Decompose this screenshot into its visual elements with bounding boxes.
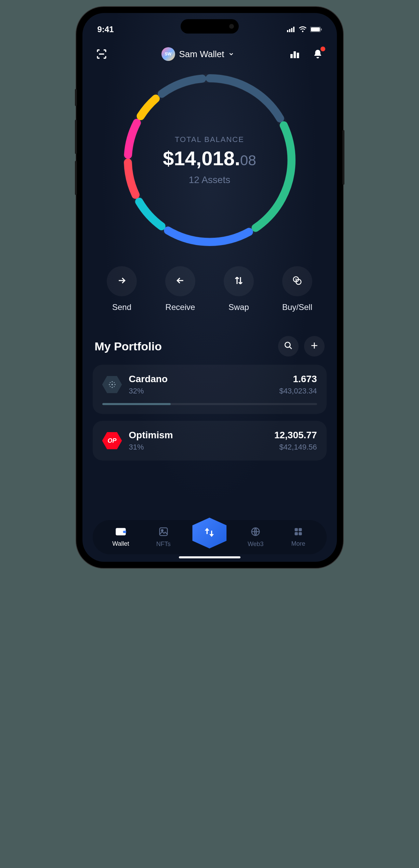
svg-point-24 bbox=[112, 381, 113, 383]
svg-rect-37 bbox=[295, 528, 298, 531]
svg-rect-38 bbox=[299, 528, 302, 531]
asset-name: Cardano bbox=[129, 374, 273, 385]
app-header: SW Sam Wallet bbox=[82, 37, 337, 68]
side-button bbox=[75, 89, 77, 106]
screen: 9:41 SW Sam Wallet bbox=[82, 13, 337, 562]
status-indicators bbox=[287, 25, 322, 34]
svg-point-29 bbox=[114, 382, 115, 383]
nav-label: More bbox=[291, 540, 305, 547]
nav-label: Wallet bbox=[112, 540, 129, 547]
add-button[interactable] bbox=[304, 336, 325, 357]
svg-text:$: $ bbox=[295, 278, 297, 281]
balance-whole: 14,018. bbox=[174, 147, 240, 169]
wifi-icon bbox=[299, 25, 307, 34]
battery-icon bbox=[310, 25, 322, 34]
globe-icon bbox=[250, 527, 261, 539]
balance-amount: $14,018.08 bbox=[163, 147, 256, 170]
asset-card[interactable]: Cardano 32% 1.673 $43,023.34 bbox=[93, 365, 327, 414]
status-time: 9:41 bbox=[97, 25, 114, 34]
plus-icon bbox=[310, 341, 319, 351]
wallet-name: Sam Wallet bbox=[179, 49, 224, 60]
receive-button[interactable]: Receive bbox=[165, 266, 195, 312]
buy-sell-button[interactable]: $ Buy/Sell bbox=[282, 266, 312, 312]
asset-name: Optimism bbox=[129, 430, 267, 441]
asset-pct: 32% bbox=[129, 387, 273, 396]
wallet-icon bbox=[115, 527, 126, 538]
asset-card[interactable]: OP Optimism 31% 12,305.77 $42,149.56 bbox=[93, 421, 327, 461]
asset-progress bbox=[102, 403, 317, 405]
power-button bbox=[342, 130, 344, 185]
signal-icon bbox=[287, 25, 295, 34]
svg-rect-5 bbox=[311, 27, 320, 31]
svg-point-35 bbox=[161, 530, 163, 531]
dynamic-island bbox=[181, 19, 239, 34]
asset-pct: 31% bbox=[129, 443, 267, 452]
grid-icon bbox=[293, 527, 303, 538]
svg-point-27 bbox=[114, 384, 116, 385]
nav-wallet[interactable]: Wallet bbox=[107, 527, 134, 547]
svg-point-25 bbox=[112, 387, 113, 388]
home-indicator[interactable] bbox=[179, 556, 240, 558]
svg-point-23 bbox=[111, 384, 113, 386]
action-label: Send bbox=[112, 302, 131, 312]
wallet-selector[interactable]: SW Sam Wallet bbox=[161, 47, 235, 61]
svg-rect-39 bbox=[295, 532, 298, 535]
asset-icon: OP bbox=[102, 431, 122, 451]
portfolio-header: My Portfolio bbox=[82, 326, 337, 365]
action-label: Receive bbox=[166, 302, 195, 312]
notifications-button[interactable] bbox=[311, 47, 325, 61]
nav-center-action[interactable] bbox=[192, 518, 226, 548]
volume-up-button bbox=[75, 120, 77, 154]
svg-rect-9 bbox=[297, 53, 299, 58]
balance-cents: 08 bbox=[240, 152, 256, 168]
send-button[interactable]: Send bbox=[107, 266, 137, 312]
svg-point-31 bbox=[114, 386, 115, 387]
svg-rect-40 bbox=[299, 532, 302, 535]
svg-rect-1 bbox=[289, 29, 290, 32]
svg-point-26 bbox=[109, 384, 110, 385]
svg-rect-34 bbox=[159, 528, 167, 536]
svg-rect-33 bbox=[123, 531, 126, 533]
nav-web3[interactable]: Web3 bbox=[242, 527, 269, 548]
portfolio-title: My Portfolio bbox=[95, 340, 162, 353]
action-row: Send Receive Swap $ Buy/Sell bbox=[82, 256, 337, 326]
balance-ring-chart[interactable]: TOTAL BALANCE $14,018.08 12 Assets bbox=[121, 71, 299, 249]
coins-icon: $ bbox=[292, 275, 302, 287]
balance-currency: $ bbox=[163, 147, 174, 169]
notification-dot-icon bbox=[320, 47, 325, 51]
svg-point-30 bbox=[109, 386, 110, 387]
bottom-nav: Wallet NFTs Web3 More bbox=[93, 520, 327, 554]
assets-count: 12 Assets bbox=[189, 174, 230, 185]
scan-button[interactable] bbox=[95, 47, 108, 61]
arrow-left-icon bbox=[175, 275, 185, 287]
asset-fiat: $43,023.34 bbox=[279, 387, 317, 396]
asset-amount: 12,305.77 bbox=[274, 430, 317, 441]
nav-label: Web3 bbox=[248, 541, 264, 548]
nav-nfts[interactable]: NFTs bbox=[150, 527, 177, 548]
svg-point-22 bbox=[285, 342, 290, 347]
chevron-down-icon bbox=[228, 49, 234, 60]
svg-rect-7 bbox=[290, 54, 293, 58]
stats-button[interactable] bbox=[288, 47, 301, 61]
avatar-initials: SW bbox=[165, 52, 171, 56]
asset-icon bbox=[102, 375, 122, 394]
phone-frame: 9:41 SW Sam Wallet bbox=[76, 7, 343, 568]
nav-more[interactable]: More bbox=[285, 527, 312, 547]
svg-rect-2 bbox=[291, 28, 292, 32]
balance-label: TOTAL BALANCE bbox=[175, 135, 244, 144]
asset-fiat: $42,149.56 bbox=[274, 443, 317, 452]
search-icon bbox=[284, 341, 293, 351]
svg-rect-6 bbox=[321, 28, 322, 30]
svg-point-28 bbox=[109, 382, 110, 383]
nav-label: NFTs bbox=[156, 541, 171, 548]
transfer-icon bbox=[202, 526, 216, 541]
search-button[interactable] bbox=[278, 336, 299, 357]
volume-down-button bbox=[75, 161, 77, 195]
action-label: Buy/Sell bbox=[282, 302, 312, 312]
svg-rect-8 bbox=[293, 51, 296, 58]
avatar: SW bbox=[161, 47, 175, 61]
asset-list: Cardano 32% 1.673 $43,023.34 OP Optimism… bbox=[82, 365, 337, 461]
swap-button[interactable]: Swap bbox=[224, 266, 254, 312]
image-icon bbox=[158, 527, 169, 539]
arrow-right-icon bbox=[117, 275, 127, 287]
